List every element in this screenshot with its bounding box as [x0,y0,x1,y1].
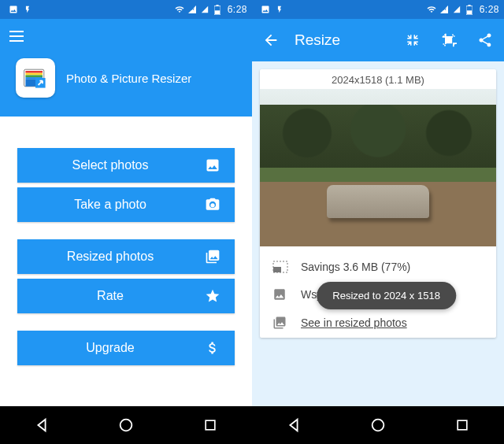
nav-back-button[interactable] [23,406,61,444]
svg-rect-15 [468,5,470,6]
image-small-icon [272,287,288,302]
wifi-icon [174,4,185,15]
nav-recents-button[interactable] [443,406,481,444]
svg-rect-6 [25,73,43,76]
collections-icon [203,249,222,265]
svg-rect-5 [25,71,43,73]
app-logo-icon [16,58,55,98]
android-navbar [252,406,504,444]
see-link-row[interactable]: See in resized photos [272,316,484,330]
camera-icon [203,197,222,213]
svg-rect-7 [25,75,43,77]
battery-icon [212,4,223,15]
android-navbar [0,406,252,444]
svg-text:R: R [443,6,447,11]
svg-point-10 [210,203,214,207]
statusbar: R 6:28 [0,0,252,19]
star-icon [203,288,222,304]
nav-recents-button[interactable] [191,406,229,444]
image-notification-icon [260,4,271,15]
savings-row: Savings 3.6 MB (77%) [272,261,484,273]
svg-rect-3 [214,10,219,14]
resized-photos-label: Resized photos [17,250,203,264]
menu-button[interactable] [9,27,28,46]
rate-label: Rate [17,289,203,303]
resized-photos-button[interactable]: Resized photos [17,239,235,274]
preview-image[interactable] [260,89,496,246]
dotted-rect-icon [272,261,288,273]
phone-right: R 6:28 Resize 2024x1518 (1.1 MB) Savings… [252,0,504,444]
toast-message: Resized to 2024 x 1518 [317,282,456,309]
rate-button[interactable]: Rate [17,279,235,313]
dimensions-label: 2024x1518 (1.1 MB) [260,69,496,89]
take-photo-label: Take a photo [17,198,203,212]
svg-text:R: R [191,6,195,11]
svg-rect-18 [273,267,281,272]
flash-icon [22,4,33,15]
upgrade-button[interactable]: Upgrade [17,331,235,365]
app-title: Photo & Picture Resizer [66,72,191,85]
nav-back-button[interactable] [275,406,313,444]
svg-rect-2 [216,5,218,6]
battery-icon [464,4,475,15]
main-menu: Select photos Take a photo Resized photo… [0,117,252,406]
crop-icon[interactable] [436,28,461,53]
share-icon[interactable] [472,28,498,53]
collections-small-icon [272,316,288,330]
nav-home-button[interactable] [107,406,145,444]
signal-icon: R [187,4,198,15]
back-button[interactable] [258,28,284,53]
page-title: Resize [295,31,389,49]
image-icon [203,157,222,173]
cell-icon [451,4,462,15]
svg-point-19 [372,420,384,431]
svg-rect-16 [466,10,471,14]
see-link-text[interactable]: See in resized photos [301,316,407,329]
wifi-icon [426,4,437,15]
dollar-icon [203,340,222,356]
resize-header: Resize [252,19,504,61]
statusbar: R 6:28 [252,0,504,19]
result-card: 2024x1518 (1.1 MB) Savings 3.6 MB (77%) … [260,69,496,338]
app-header: Photo & Picture Resizer [0,19,252,117]
collapse-icon[interactable] [400,28,425,53]
brand: Photo & Picture Resizer [9,58,243,98]
select-photos-label: Select photos [17,158,203,172]
upgrade-label: Upgrade [17,341,203,355]
svg-rect-12 [206,420,215,430]
savings-text: Savings 3.6 MB (77%) [301,261,410,273]
nav-home-button[interactable] [359,406,397,444]
phone-left: R 6:28 Photo & Picture Resizer Select ph… [0,0,252,444]
status-time: 6:28 [480,4,499,15]
image-notification-icon [8,4,19,15]
resize-content: 2024x1518 (1.1 MB) Savings 3.6 MB (77%) … [252,61,504,406]
signal-icon: R [439,4,450,15]
svg-rect-20 [458,420,467,430]
take-photo-button[interactable]: Take a photo [17,187,235,222]
cell-icon [199,4,210,15]
status-time: 6:28 [228,4,247,15]
select-photos-button[interactable]: Select photos [17,148,235,183]
svg-point-11 [120,420,132,431]
flash-icon [274,4,285,15]
